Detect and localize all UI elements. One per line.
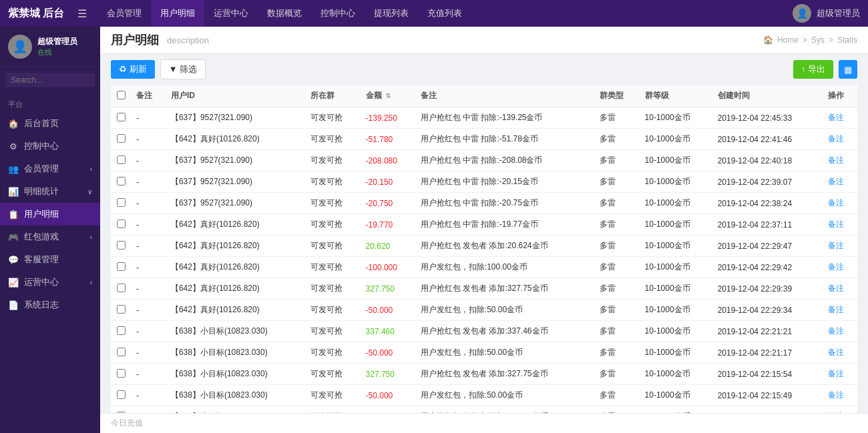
user-area: 👤 超级管理员	[793, 4, 860, 23]
cell-group-level: 10-1000金币	[640, 236, 712, 257]
th-amount[interactable]: 金额 ⇅	[361, 85, 415, 107]
cell-desc: 用户抢红包 中雷 扣除:-139.25金币	[415, 107, 594, 129]
cell-action: 备注	[823, 214, 857, 236]
table-row: - 【638】小目标(10823.030) 可发可抢 -50.000 用户发红包…	[111, 385, 857, 406]
cell-desc: 用户抢红包 发包者 添加:327.75金币	[415, 278, 594, 300]
sidebar-item-stats[interactable]: 📊 明细统计 ∨	[0, 180, 100, 203]
row-checkbox-cell	[111, 278, 131, 300]
nav-item-operations[interactable]: 运营中心	[204, 0, 258, 27]
sidebar-item-members[interactable]: 👥 会员管理 ›	[0, 157, 100, 180]
sidebar-item-control[interactable]: ⚙ 控制中心	[0, 135, 100, 157]
table-container: 备注 用户ID 所在群 金额 ⇅ 备注 群类型 群等级 创建时间 操作 - 【6…	[100, 85, 868, 413]
cell-remark1: -	[131, 193, 166, 214]
cell-userid: 【642】真好(10126.820)	[166, 236, 305, 257]
action-remark-link[interactable]: 备注	[828, 134, 844, 143]
row-checkbox-cell	[111, 406, 131, 414]
action-remark-link[interactable]: 备注	[828, 326, 844, 336]
row-checkbox[interactable]	[117, 326, 126, 335]
cell-desc: 用户抢红包 发包者 添加:20.624金币	[415, 236, 594, 257]
filter-button[interactable]: ▼ 筛选	[160, 59, 206, 79]
chevron-down-icon: ∨	[87, 188, 92, 195]
cell-group: 可发可抢	[305, 278, 361, 300]
sidebar-item-customer[interactable]: 💬 客服管理	[0, 248, 100, 271]
nav-item-withdraw-list[interactable]: 提现列表	[365, 0, 418, 27]
toolbar-right: ↑ 导出 ▦	[793, 60, 857, 79]
sidebar-item-control-label: 控制中心	[24, 140, 59, 152]
sidebar-item-redpacket[interactable]: 🎮 红包游戏 ›	[0, 226, 100, 248]
export-button[interactable]: ↑ 导出	[793, 60, 833, 79]
nav-item-recharge-list[interactable]: 充值列表	[418, 0, 471, 27]
th-group-type: 群类型	[594, 85, 639, 107]
sidebar-item-customer-label: 客服管理	[24, 254, 59, 266]
action-remark-link[interactable]: 备注	[828, 220, 844, 229]
action-remark-link[interactable]: 备注	[828, 155, 844, 165]
hamburger-icon[interactable]: ☰	[77, 7, 87, 20]
action-remark-link[interactable]: 备注	[828, 113, 844, 122]
row-checkbox[interactable]	[117, 155, 126, 164]
cell-create-time: 2019-12-04 22:21:17	[712, 342, 823, 364]
sidebar-item-operations[interactable]: 📈 运营中心 ›	[0, 271, 100, 294]
cell-desc: 用户发红包，扣除:50.00金币	[415, 385, 594, 406]
table-row: - 【637】9527(321.090) 可发可抢 -208.080 用户抢红包…	[111, 150, 857, 171]
cell-remark1: -	[131, 129, 166, 150]
cell-group: 可发可抢	[305, 107, 361, 129]
cell-group: 可发可抢	[305, 385, 361, 406]
main-layout: 👤 超级管理员 在线 平台 🏠 后台首页 ⚙ 控制中心 👥 会员管理 ›	[0, 27, 868, 433]
row-checkbox[interactable]	[117, 305, 126, 314]
cell-amount: 327.750	[361, 364, 415, 385]
row-checkbox[interactable]	[117, 241, 126, 250]
action-remark-link[interactable]: 备注	[828, 348, 844, 357]
cell-action: 备注	[823, 257, 857, 278]
action-remark-link[interactable]: 备注	[828, 305, 844, 314]
th-action: 操作	[823, 85, 857, 107]
action-remark-link[interactable]: 备注	[828, 198, 844, 207]
nav-item-user-detail[interactable]: 用户明细	[151, 0, 204, 27]
cell-remark1: -	[131, 214, 166, 236]
search-input[interactable]	[5, 73, 95, 87]
row-checkbox[interactable]	[117, 220, 126, 228]
row-checkbox[interactable]	[117, 390, 126, 399]
row-checkbox[interactable]	[117, 177, 126, 185]
nav-item-control-center[interactable]: 控制中心	[311, 0, 365, 27]
top-navigation: 紫禁城 后台 ☰ 会员管理 用户明细 运营中心 数据概览 控制中心 提现列表 充…	[0, 0, 868, 27]
cell-action: 备注	[823, 300, 857, 321]
cell-action: 备注	[823, 385, 857, 406]
cell-userid: 【637】9527(321.090)	[166, 107, 305, 129]
nav-item-member-management[interactable]: 会员管理	[97, 0, 151, 27]
action-remark-link[interactable]: 备注	[828, 390, 844, 400]
row-checkbox[interactable]	[117, 262, 126, 271]
cell-desc: 用户抢红包 中雷 扣除:-19.77金币	[415, 214, 594, 236]
action-remark-link[interactable]: 备注	[828, 177, 844, 186]
row-checkbox[interactable]	[117, 113, 126, 121]
cell-userid: 【642】真好(10126.820)	[166, 300, 305, 321]
table-header: 备注 用户ID 所在群 金额 ⇅ 备注 群类型 群等级 创建时间 操作	[111, 85, 857, 107]
cell-create-time: 2019-12-04 22:21:21	[712, 321, 823, 342]
select-all-checkbox[interactable]	[117, 91, 126, 99]
action-remark-link[interactable]: 备注	[828, 284, 844, 293]
detail-icon: 📋	[8, 209, 19, 220]
control-icon: ⚙	[8, 141, 19, 151]
cell-amount: -20.150	[361, 171, 415, 193]
row-checkbox[interactable]	[117, 134, 126, 143]
cell-create-time: 2019-12-04 22:15:54	[712, 364, 823, 385]
sidebar-item-user-detail[interactable]: 📋 用户明细	[0, 203, 100, 226]
action-remark-link[interactable]: 备注	[828, 262, 844, 272]
nav-item-data-overview[interactable]: 数据概览	[258, 0, 311, 27]
row-checkbox[interactable]	[117, 284, 126, 292]
th-group: 所在群	[305, 85, 361, 107]
table-row: - 【642】真好(10126.820) 可发可抢 -19.770 用户抢红包 …	[111, 214, 857, 236]
row-checkbox[interactable]	[117, 369, 126, 378]
columns-button[interactable]: ▦	[839, 60, 857, 79]
cell-group: 可发可抢	[305, 342, 361, 364]
refresh-button[interactable]: ♻ 刷新	[111, 60, 155, 79]
row-checkbox[interactable]	[117, 198, 126, 207]
chevron-right-icon: ›	[90, 165, 92, 173]
action-remark-link[interactable]: 备注	[828, 241, 844, 250]
table-row: - 【642】真好(10126.820) 可发可抢 -50.000 用户发红包，…	[111, 300, 857, 321]
table-row: - 【638】小目标(10823.030) 可发可抢 -50.000 用户发红包…	[111, 342, 857, 364]
sidebar: 👤 超级管理员 在线 平台 🏠 后台首页 ⚙ 控制中心 👥 会员管理 ›	[0, 27, 100, 433]
sidebar-item-home[interactable]: 🏠 后台首页	[0, 112, 100, 135]
action-remark-link[interactable]: 备注	[828, 369, 844, 378]
sidebar-item-syslog[interactable]: 📄 系统日志	[0, 294, 100, 316]
row-checkbox[interactable]	[117, 348, 126, 356]
